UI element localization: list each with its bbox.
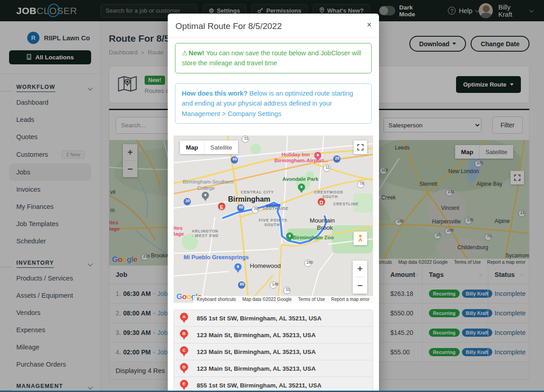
fullscreen-icon[interactable] [354, 140, 367, 154]
map-label: Birmingham [228, 195, 235, 203]
optimal-route-map[interactable]: 3165Holiday InnBirmingham-Airport...2011… [174, 136, 373, 303]
attribution-link[interactable]: Keyboard shortcuts [197, 297, 236, 302]
stop-address: 123 Main St, Birmingham, AL 35213, USA [197, 332, 316, 339]
stop-marker-icon: D [180, 363, 188, 371]
optimal-route-modal: Optimal Route For 8/5/2022 × ⚠New! You c… [168, 14, 379, 392]
close-icon[interactable]: × [367, 21, 371, 29]
stop-marker-icon: E [180, 380, 188, 388]
map-label: Brook [317, 224, 324, 232]
route-stop[interactable]: E 855 1st St SW, Birmingham, AL 35211, U… [174, 377, 373, 392]
map-type-button[interactable]: Map [180, 140, 204, 154]
stop-marker-icon: C [180, 346, 188, 354]
route-stop[interactable]: B 123 Main St, Birmingham, AL 35213, USA [174, 326, 373, 344]
warning-icon: ⚠ [182, 49, 188, 57]
attribution-link[interactable]: Terms of Use [298, 297, 325, 302]
route-stops-list: A 855 1st St SW, Birmingham, AL 35211, U… [174, 310, 373, 392]
how-it-works-alert: How does this work? Below is an optimize… [175, 83, 372, 124]
attribution-link[interactable]: Map data ©2022 Google [242, 297, 291, 302]
new-feature-alert: ⚠New! You can now save the route below a… [175, 43, 372, 73]
modal-title: Optimal Route For 8/5/2022 [175, 21, 282, 31]
stop-address: 855 1st St SW, Birmingham, AL 35211, USA [197, 315, 321, 322]
route-stop[interactable]: D 123 Main St, Birmingham, AL 35213, USA [174, 360, 373, 377]
zoom-out-button[interactable]: − [353, 277, 367, 294]
app-window: JOBCLOSER ⚙Settings Permissions What's N… [0, 0, 544, 392]
stop-marker-icon: B [180, 329, 188, 338]
route-stop[interactable]: A 855 1st St SW, Birmingham, AL 35211, U… [174, 310, 373, 327]
stop-address: 123 Main St, Birmingham, AL 35213, USA [197, 365, 316, 372]
attribution-link[interactable]: Report a map error [331, 297, 369, 302]
zoom-in-button[interactable]: + [353, 261, 367, 277]
route-stop[interactable]: C 123 Main St, Birmingham, AL 35213, USA [174, 343, 373, 360]
map-label: Mi Pueblo Greensprings [184, 254, 191, 261]
pegman-icon[interactable] [354, 232, 367, 245]
map-label: Mountain [310, 217, 317, 224]
map-attribution: Keyboard shortcutsMap data ©2022 GoogleT… [193, 296, 373, 303]
stop-address: 855 1st St SW, Birmingham, AL 35211, USA [197, 382, 321, 389]
satellite-type-button[interactable]: Satellite [204, 140, 238, 154]
stop-address: 123 Main St, Birmingham, AL 35213, USA [197, 348, 316, 355]
stop-marker-icon: A [180, 313, 188, 321]
map-label: Homewood [250, 262, 257, 270]
